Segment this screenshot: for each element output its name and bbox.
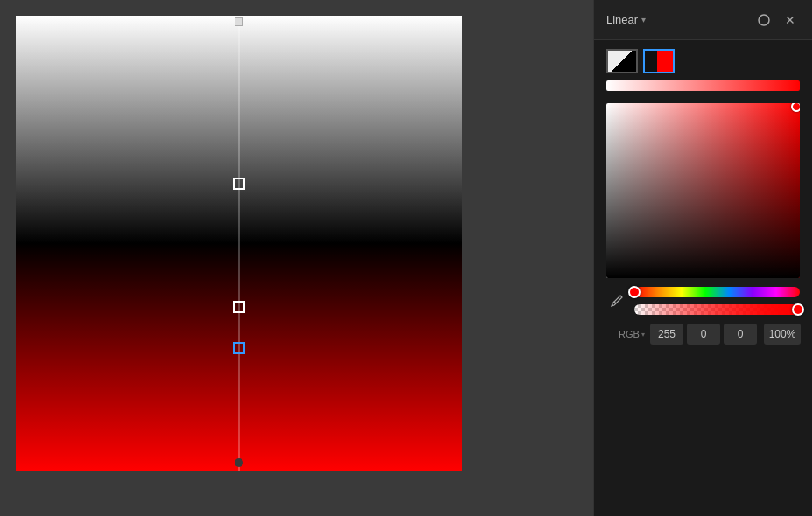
hue-slider[interactable] <box>634 287 800 297</box>
handle-mid-upper[interactable] <box>233 178 245 190</box>
stop-thumbs <box>606 49 800 73</box>
opacity-slider[interactable] <box>634 304 800 315</box>
rgb-row: RGB ▾ <box>606 324 800 345</box>
color-picker: RGB ▾ <box>594 98 812 516</box>
panel-header: Linear ▾ ✕ <box>594 0 812 40</box>
header-icons: ✕ <box>754 10 800 30</box>
hue-slider-container <box>634 287 800 297</box>
handle-mid-lower[interactable] <box>233 301 245 313</box>
title-chevron-icon: ▾ <box>641 15 646 24</box>
sv-black-gradient <box>606 103 800 278</box>
handle-bottom[interactable] <box>234 458 243 467</box>
blue-input[interactable] <box>724 324 757 345</box>
close-button[interactable]: ✕ <box>780 10 800 30</box>
rgb-mode-label[interactable]: RGB ▾ <box>619 329 647 339</box>
eyedropper-button[interactable] <box>606 290 627 311</box>
color-panel: Linear ▾ ✕ <box>593 0 812 516</box>
sv-cursor <box>791 103 800 112</box>
appearance-button[interactable] <box>754 10 774 30</box>
center-guideline <box>239 16 240 471</box>
hue-thumb[interactable] <box>628 286 640 298</box>
close-icon: ✕ <box>785 13 795 27</box>
stop-thumb-red[interactable] <box>643 49 675 73</box>
opacity-input[interactable] <box>764 324 801 345</box>
circle-icon <box>757 13 771 27</box>
svg-point-1 <box>612 304 613 306</box>
green-input[interactable] <box>687 324 720 345</box>
saturation-value-picker[interactable] <box>606 103 800 278</box>
rgb-mode-chevron-icon: ▾ <box>641 331 645 338</box>
gradient-visual <box>16 16 462 471</box>
gradient-bar[interactable] <box>606 80 800 91</box>
eyedropper-icon <box>611 295 623 307</box>
red-input[interactable] <box>650 324 683 345</box>
opacity-slider-container <box>634 304 800 315</box>
gradient-stops-section <box>594 40 812 98</box>
canvas-area <box>0 0 586 516</box>
opacity-fill <box>634 304 800 315</box>
handle-top[interactable] <box>234 17 243 26</box>
panel-title-group: Linear ▾ <box>606 13 646 26</box>
opacity-thumb[interactable] <box>792 303 804 316</box>
svg-point-0 <box>759 15 769 25</box>
panel-title: Linear <box>606 13 638 26</box>
sliders-col <box>634 287 800 315</box>
stop-thumb-white[interactable] <box>606 49 638 73</box>
gradient-canvas <box>16 16 462 471</box>
handle-active[interactable] <box>233 342 245 354</box>
tools-row <box>606 287 800 315</box>
